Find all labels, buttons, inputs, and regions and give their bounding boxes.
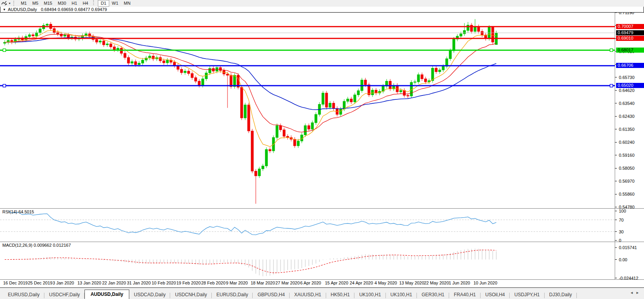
candle-body: [375, 90, 377, 93]
candle-body: [233, 75, 236, 87]
timeframe-button-W1[interactable]: W1: [109, 0, 121, 7]
timeframe-button-H1[interactable]: H1: [69, 0, 80, 7]
tab-UK100-H1[interactable]: UK100,H1: [386, 291, 417, 299]
chart-cursor-glyph: [1, 1, 7, 6]
collapse-chart-icon[interactable]: ▼: [3, 8, 6, 11]
candle-body: [311, 123, 314, 129]
date-label: 3 Jan 2020: [53, 281, 74, 285]
tab-AUDUSD-Daily[interactable]: AUDUSD,Daily: [84, 290, 129, 299]
timeframe-button-M15[interactable]: M15: [41, 0, 55, 7]
indicator-tick-label: 30: [619, 229, 644, 234]
candle-body: [127, 57, 130, 63]
date-label: 13 Jan 2020: [77, 281, 101, 285]
candle-body: [421, 75, 423, 79]
timeframe-button-M5[interactable]: M5: [29, 0, 41, 7]
price-tick-label: 0.61350: [619, 127, 644, 132]
tab-FRA40-H1[interactable]: FRA40,H1: [449, 291, 481, 299]
rsi-panel: [0, 220, 615, 232]
price-line-label-0.70007: 0.70007: [616, 24, 644, 29]
line-handle: [610, 49, 613, 51]
candle-body: [414, 82, 416, 83]
candle-body: [173, 62, 176, 65]
candle-body: [39, 29, 41, 33]
date-label: 13 May 2020: [399, 281, 424, 285]
candle-body: [453, 39, 455, 51]
price-tick-label: 0.56970: [619, 179, 644, 183]
candle-body: [449, 51, 451, 59]
timeframe-button-M30[interactable]: M30: [55, 0, 69, 7]
chart-mode-dropdown-icon[interactable]: ▼: [8, 2, 11, 5]
candle-body: [463, 31, 466, 34]
date-label: 4 May 2020: [374, 281, 397, 285]
timeframe-button-M1[interactable]: M1: [18, 0, 29, 7]
candle-body: [329, 103, 331, 107]
tab-USDCNH-Daily[interactable]: USDCNH,Daily: [170, 291, 211, 299]
candle-body: [209, 68, 211, 73]
tab-USDCHF-Daily[interactable]: USDCHF,Daily: [44, 291, 85, 299]
indicator-tick-label: 0: [619, 238, 644, 243]
candle-body: [248, 105, 250, 131]
candle-body: [265, 149, 268, 166]
candle-body: [198, 81, 200, 86]
candle-body: [184, 71, 186, 73]
candle-body: [57, 32, 59, 34]
timeframe-button-D1[interactable]: D1: [98, 0, 109, 7]
candle-body: [262, 166, 264, 169]
candle-body: [477, 27, 480, 31]
tab-GBPUSD-H4[interactable]: GBPUSD,H4: [253, 291, 289, 299]
candle-body: [332, 103, 335, 108]
chart-svg[interactable]: [0, 7, 644, 288]
timeframe-button-MN[interactable]: MN: [121, 0, 133, 7]
chart-window: ▼ AUDUSD,Daily 0.68494 0.69659 0.68477 0…: [0, 7, 644, 288]
date-label: 25 Dec 2019: [28, 281, 52, 285]
macd-panel: [5, 249, 496, 276]
tab-scroll-right-icon[interactable]: ►: [636, 291, 642, 295]
toolbar-separator: [93, 0, 96, 5]
price-line-label-0.66706: 0.66706: [616, 63, 644, 68]
price-tick-label: 0.65730: [619, 75, 644, 80]
toolbar-separator: [13, 1, 16, 6]
tab-UK100-H1[interactable]: UK100,H1: [354, 291, 385, 299]
tab-USOil-H4[interactable]: USOil,H4: [481, 291, 510, 299]
tab-EURUSD-Daily[interactable]: EURUSD,Daily: [212, 291, 253, 299]
date-label: 10 Feb 2020: [152, 281, 176, 285]
candle-body: [279, 126, 282, 130]
tab-GER30-H1[interactable]: GER30,H1: [417, 291, 449, 299]
level-lines-layer[interactable]: [0, 27, 615, 87]
timeframe-button-H4[interactable]: H4: [80, 0, 91, 7]
indicator-tick-label: 0.015741: [619, 245, 644, 250]
date-label: 19 Feb 2020: [176, 281, 201, 285]
price-line-label-0.69010: 0.69010: [616, 36, 644, 41]
tab-XAUUSD-H1[interactable]: XAUUSD,H1: [290, 291, 326, 299]
candle-body: [103, 41, 105, 45]
tab-scroll-left-icon[interactable]: ◄: [630, 291, 636, 295]
line-handle: [610, 84, 613, 87]
date-label: 28 Feb 2020: [201, 281, 226, 285]
candle-body: [460, 34, 462, 36]
price-tick-label: 0.55860: [619, 192, 644, 196]
candle-body: [255, 171, 257, 176]
candle-body: [95, 39, 98, 42]
candle-body: [99, 41, 101, 42]
tab-USDCAD-Daily[interactable]: USDCAD,Daily: [129, 291, 171, 299]
candle-body: [283, 130, 285, 136]
ma-slow-line: [5, 37, 496, 110]
candle-body: [159, 57, 161, 61]
candle-body: [35, 33, 38, 36]
date-label: 24 Apr 2020: [350, 281, 373, 285]
date-label: 18 Mar 2020: [251, 281, 275, 285]
candle-body: [85, 34, 87, 36]
candle-body: [32, 35, 34, 36]
price-line-label-0.69479: 0.69479: [616, 30, 644, 35]
tab-EURUSD-Daily[interactable]: EURUSD,Daily: [3, 291, 44, 299]
tab-HK50-H1[interactable]: HK50,H1: [326, 291, 355, 299]
chart-cursor-icon[interactable]: [1, 1, 7, 6]
indicator-tick-label: -0.024412: [619, 276, 644, 281]
tab-DJ30-Daily[interactable]: DJ30,Daily: [545, 291, 577, 299]
date-label: 1 Jun 2020: [449, 281, 470, 285]
candle-body: [180, 69, 183, 72]
candle-body: [258, 169, 261, 176]
timeframe-buttons: M1M5M15M30H1H4D1W1MN: [18, 0, 133, 7]
candle-body: [357, 91, 360, 95]
tab-USDJPY-H1[interactable]: USDJPY,H1: [510, 291, 544, 299]
